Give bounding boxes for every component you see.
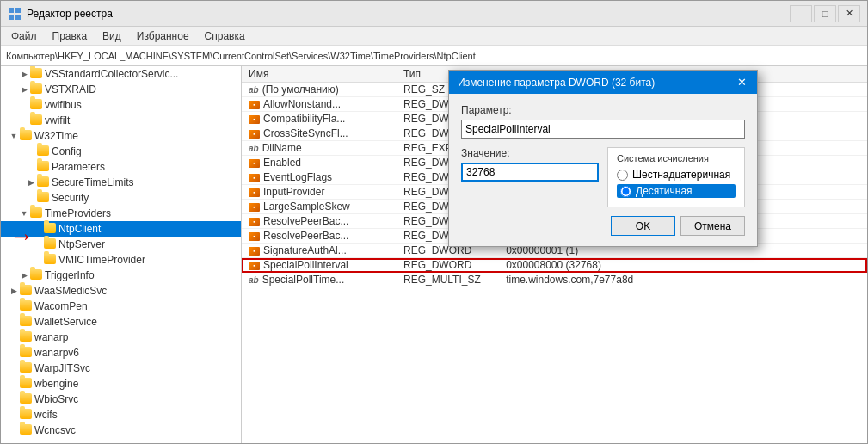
tree-item-vmictimeprovider[interactable]: VMICTimeProvider [1,252,241,268]
folder-icon [37,145,49,156]
ok-button[interactable]: OK [611,216,675,236]
tree-item-securetimelimits[interactable]: ▶ SecureTimeLimits [1,175,241,190]
minimize-button[interactable]: — [790,5,812,22]
menu-edit[interactable]: Правка [46,28,95,44]
tree-item-waasmedicsvc[interactable]: ▶ WaaSMedicSvc [1,283,241,299]
tree-item-vwifilt[interactable]: vwifilt [1,113,241,128]
dec-label: Десятичная [636,185,693,197]
tree-panel[interactable]: ▶ VSStandardCollectorServic... ▶ VSTXRAI… [1,66,242,443]
tree-item-wanarpv6[interactable]: wanarpv6 [1,345,241,361]
folder-icon [20,347,32,357]
tree-item-wbengine[interactable]: wbengine [1,376,241,392]
tree-label: Security [52,192,89,204]
menu-file[interactable]: Файл [4,28,44,44]
tree-item-security[interactable]: Security [1,190,241,206]
tree-label: SecureTimeLimits [52,176,134,188]
folder-icon [20,409,32,419]
folder-icon [44,223,56,233]
tree-item-warpjitsvc[interactable]: WarpJITSvc [1,361,241,376]
tree-item-w32time[interactable]: ▼ W32Time [1,128,241,144]
toggle-icon: ▼ [8,130,20,142]
toggle-icon [8,378,20,390]
tree-label: wcifs [34,409,58,421]
value-label: Значение: [461,147,599,159]
folder-icon [30,269,42,280]
tree-label: WalletService [34,316,97,328]
toggle-icon [32,223,44,235]
col-name: Имя [242,66,397,83]
dialog-title-bar: Изменение параметра DWORD (32 бита) ✕ [449,71,757,94]
table-row[interactable]: ▪SpecialPollIntervalREG_DWORD0x00008000 … [242,258,867,273]
tree-item-parameters[interactable]: Parameters [1,159,241,175]
toggle-icon [8,424,20,436]
toggle-icon [8,316,20,328]
tree-label: WbioSrvc [34,393,78,405]
tree-item-vsstandardcollector[interactable]: ▶ VSStandardCollectorServic... [1,66,241,82]
tree-item-vwifibus[interactable]: vwifibus [1,97,241,113]
tree-item-wanarp[interactable]: wanarp [1,330,241,345]
title-bar: Редактор реестра — □ ✕ [1,1,867,27]
hex-radio[interactable] [617,170,628,181]
param-input[interactable] [461,120,745,139]
toggle-icon [25,192,37,204]
tree-label: vwifibus [45,99,82,111]
toggle-icon [8,393,20,405]
app-icon [8,7,22,21]
menu-help[interactable]: Справка [198,28,252,44]
folder-icon [20,393,32,404]
toggle-icon [8,362,20,374]
svg-rect-2 [9,15,14,20]
menu-view[interactable]: Вид [95,28,128,44]
dialog-title-text: Изменение параметра DWORD (32 бита) [458,77,655,89]
table-row[interactable]: abSpecialPollTime...REG_MULTI_SZtime.win… [242,273,867,287]
tree-item-vstxraid[interactable]: ▶ VSTXRAID [1,82,241,97]
tree-item-timeproviders[interactable]: ▼ TimeProviders [1,206,241,221]
toggle-icon [18,114,30,126]
address-path: Компьютер\HKEY_LOCAL_MACHINE\SYSTEM\Curr… [6,51,476,61]
value-input[interactable] [461,163,599,182]
menu-bar: Файл Правка Вид Избранное Справка [1,27,867,46]
close-button[interactable]: ✕ [838,5,860,22]
tree-label: VMICTimeProvider [58,254,145,266]
toggle-icon [8,331,20,343]
numbase-label: Система исчисления [617,153,736,163]
tree-item-config[interactable]: Config [1,144,241,159]
toggle-icon [32,238,44,250]
tree-label: wbengine [34,378,78,390]
toggle-icon: ▼ [18,207,30,219]
dec-radio-option[interactable]: Десятичная [617,184,736,198]
tree-label: VSTXRAID [45,83,96,96]
dec-radio[interactable] [620,186,631,197]
window-controls: — □ ✕ [790,5,860,22]
folder-icon [30,83,42,94]
folder-icon [30,68,42,78]
cancel-button[interactable]: Отмена [680,216,745,236]
tree-item-wcncsvc[interactable]: Wcncsvc [1,422,241,438]
folder-icon [30,114,42,125]
hex-radio-option[interactable]: Шестнадцатеричная [617,169,736,181]
folder-icon [30,207,42,218]
tree-label: TriggerInfo [45,269,95,281]
maximize-button[interactable]: □ [814,5,836,22]
tree-item-wacompen[interactable]: WacomPen [1,299,241,314]
tree-item-ntpserver[interactable]: NtpServer [1,237,241,252]
tree-item-walletservice[interactable]: WalletService [1,314,241,330]
tree-label: WacomPen [34,300,88,312]
folder-icon [37,161,49,171]
folder-icon [30,99,42,109]
folder-icon [20,378,32,388]
tree-label: NtpServer [58,238,105,250]
tree-item-wcifs[interactable]: wcifs [1,407,241,422]
tree-item-ntpclient[interactable]: NtpClient [1,221,241,237]
folder-icon [20,130,32,140]
tree-label: wanarpv6 [34,347,79,359]
toggle-icon [25,145,37,157]
left-arrow: → [9,223,34,250]
svg-rect-3 [15,15,21,20]
tree-item-wbiosrvc[interactable]: WbioSrvc [1,392,241,407]
dialog-close-button[interactable]: ✕ [736,76,748,89]
tree-item-triggerinfo[interactable]: ▶ TriggerInfo [1,268,241,283]
menu-favorites[interactable]: Избранное [130,28,196,44]
dialog-value-row: Значение: Система исчисления Шестнадцате… [461,147,745,207]
folder-icon [20,316,32,326]
